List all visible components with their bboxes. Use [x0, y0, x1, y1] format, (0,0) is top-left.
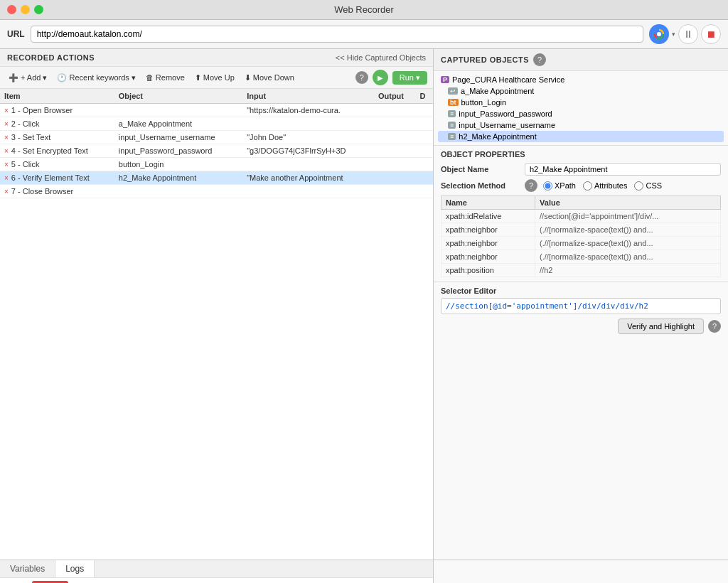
add-button[interactable]: ➕ + Add ▾	[6, 72, 50, 84]
row-input	[242, 117, 374, 131]
row-input	[242, 158, 374, 171]
row-object: button_Login	[114, 158, 242, 171]
window-controls[interactable]	[7, 5, 43, 14]
add-dropdown-icon: ▾	[43, 73, 47, 82]
add-icon: ➕	[9, 73, 18, 82]
row-item: ×2 - Click	[0, 117, 114, 131]
tab-logs[interactable]: Logs	[55, 560, 95, 577]
bottom-panel: Variables Logs Status FAILED 2018-12-02 …	[0, 560, 728, 583]
col-item: Item	[0, 89, 114, 104]
property-row: xpath:neighbor (.//[normalize-space(text…	[441, 237, 721, 250]
xpath-radio[interactable]	[543, 181, 552, 191]
remove-button[interactable]: 🗑 Remove	[143, 72, 188, 83]
toolbar-help-button[interactable]: ?	[355, 71, 368, 84]
move-down-icon: ⬇	[245, 73, 251, 82]
table-row[interactable]: ×7 - Close Browser	[0, 185, 433, 198]
chrome-dropdown-icon[interactable]: ▾	[672, 31, 675, 38]
run-button[interactable]: Run ▾	[392, 71, 427, 85]
prop-name: xpath:neighbor	[441, 223, 535, 237]
object-name-label: Object Name	[441, 165, 519, 173]
prop-name: xpath:idRelative	[441, 210, 535, 223]
selection-method-radios: XPath Attributes CSS	[543, 181, 662, 191]
tree-item-label: button_Login	[461, 98, 507, 107]
selector-help-button[interactable]: ?	[708, 320, 721, 333]
property-row: xpath:neighbor (.//[normalize-space(text…	[441, 250, 721, 264]
recent-keywords-button[interactable]: 🕐 Recent keywords ▾	[54, 72, 138, 84]
stop-button[interactable]: ⏹	[701, 24, 721, 44]
move-down-button[interactable]: ⬇ Move Down	[242, 72, 297, 84]
left-panel: RECORDED ACTIONS << Hide Captured Object…	[0, 49, 434, 560]
row-d	[416, 158, 433, 171]
bt-badge: bt	[448, 99, 459, 106]
actions-toolbar: ➕ + Add ▾ 🕐 Recent keywords ▾ 🗑 Remove ⬆…	[0, 67, 433, 89]
tree-item-label: input_Username_username	[459, 121, 555, 129]
object-name-input[interactable]	[525, 163, 721, 176]
title-bar: Web Recorder	[0, 0, 728, 20]
url-input[interactable]	[31, 26, 643, 43]
row-d	[416, 185, 433, 198]
tree-item[interactable]: bt button_Login	[438, 97, 724, 108]
attributes-radio[interactable]	[583, 181, 592, 191]
row-output	[374, 171, 416, 185]
table-row[interactable]: ×2 - Click a_Make Appointment	[0, 117, 433, 131]
prop-name: xpath:neighbor	[441, 237, 535, 250]
table-row[interactable]: ×3 - Set Text input_Username_username "J…	[0, 131, 433, 144]
move-up-button[interactable]: ⬆ Move Up	[192, 72, 237, 84]
row-output	[374, 117, 416, 131]
tree-item[interactable]: ≡ input_Username_username	[438, 119, 724, 131]
prop-value: //h2	[535, 264, 721, 277]
table-row[interactable]: ×5 - Click button_Login	[0, 158, 433, 171]
play-button[interactable]: ▶	[373, 70, 388, 85]
maximize-button[interactable]	[34, 5, 43, 14]
table-row[interactable]: ×1 - Open Browser "https://katalon-demo-…	[0, 104, 433, 117]
row-object: a_Make Appointment	[114, 117, 242, 131]
run-label: Run	[400, 73, 414, 82]
recent-dropdown-icon: ▾	[132, 73, 136, 82]
row-object	[114, 185, 242, 198]
css-radio-label[interactable]: CSS	[634, 181, 662, 191]
recent-label: Recent keywords	[69, 73, 129, 82]
tree-item[interactable]: ≡ h2_Make Appointment	[438, 131, 724, 142]
dots-badge: ≡	[448, 110, 456, 117]
verify-highlight-button[interactable]: Verify and Highlight	[618, 319, 704, 334]
tree-item[interactable]: ≡ input_Password_password	[438, 108, 724, 119]
move-up-label: Move Up	[203, 73, 235, 82]
row-input: "https://katalon-demo-cura.	[242, 104, 374, 117]
right-panel: CAPTURED OBJECTS ? P Page_CURA Healthcar…	[434, 49, 728, 560]
close-button[interactable]	[7, 5, 16, 14]
row-output	[374, 144, 416, 158]
dots-badge: ≡	[448, 133, 456, 140]
css-radio[interactable]	[634, 181, 643, 191]
chrome-icon[interactable]	[649, 24, 669, 44]
row-d	[416, 131, 433, 144]
captured-help-button[interactable]: ?	[533, 53, 546, 66]
object-name-row: Object Name	[441, 163, 721, 176]
property-row: xpath:neighbor (.//[normalize-space(text…	[441, 223, 721, 237]
row-output	[374, 185, 416, 198]
right-bottom-panel	[434, 560, 728, 583]
xpath-radio-label[interactable]: XPath	[543, 181, 576, 191]
selection-method-help[interactable]: ?	[525, 179, 537, 192]
table-row[interactable]: ×4 - Set Encrypted Text input_Password_p…	[0, 144, 433, 158]
minimize-button[interactable]	[21, 5, 30, 14]
selection-method-row: Selection Method ? XPath Attributes CSS	[441, 179, 721, 192]
captured-objects-tree: P Page_CURA Healthcare Service↩ a_Make A…	[434, 71, 728, 145]
col-object: Object	[114, 89, 242, 104]
dots-badge: ≡	[448, 122, 456, 129]
tab-variables[interactable]: Variables	[0, 560, 55, 577]
row-d	[416, 104, 433, 117]
prop-name: xpath:neighbor	[441, 250, 535, 264]
selector-editor-title: Selector Editor	[441, 287, 721, 295]
tree-item[interactable]: ↩ a_Make Appointment	[438, 85, 724, 97]
prop-value: //section[@id='appointment']/div/...	[535, 210, 721, 223]
prop-value: (.//[normalize-space(text()) and...	[535, 237, 721, 250]
pause-button[interactable]: ⏸	[678, 24, 698, 44]
selector-input[interactable]	[441, 298, 721, 314]
prop-value: (.//[normalize-space(text()) and...	[535, 250, 721, 264]
tree-item[interactable]: P Page_CURA Healthcare Service	[438, 74, 724, 85]
xpath-label: XPath	[555, 181, 576, 190]
table-row[interactable]: ×6 - Verify Element Text h2_Make Appoint…	[0, 171, 433, 185]
actions-table: Item Object Input Output D ×1 - Open Bro…	[0, 89, 433, 560]
attributes-radio-label[interactable]: Attributes	[583, 181, 627, 191]
hide-captured-button[interactable]: << Hide Captured Objects	[336, 53, 426, 62]
